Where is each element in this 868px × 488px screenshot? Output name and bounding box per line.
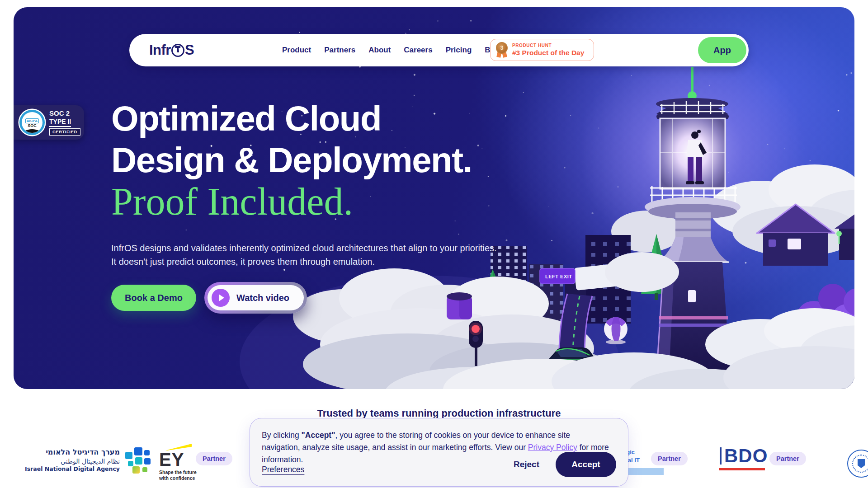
inda-english: Israel National Digital Agency — [25, 465, 120, 473]
heading-line3: Proof Included. — [111, 181, 472, 222]
soc-line1: SOC 2 — [49, 109, 70, 118]
ey-logo: EY Shape the future with confidence — [159, 444, 198, 481]
nav-link-about[interactable]: About — [368, 46, 391, 55]
bdo-name: BDO — [724, 446, 768, 465]
preferences-link[interactable]: Preferences — [262, 465, 304, 474]
nav-link-pricing[interactable]: Pricing — [446, 46, 472, 55]
ey-tagline-1: Shape the future — [159, 469, 198, 475]
hidden-partner-bar — [623, 468, 664, 475]
product-hunt-label: PRODUCT HUNT — [512, 43, 584, 49]
cookie-banner: By clicking "Accept", you agree to the s… — [250, 418, 628, 487]
nav-link-careers[interactable]: Careers — [404, 46, 432, 55]
inda-logo: מערך הדיגיטל הלאומי نظام الديجيتال الوطن… — [25, 447, 151, 474]
medal-icon: 3 — [496, 42, 508, 58]
nav-link-partners[interactable]: Partners — [324, 46, 355, 55]
inda-hebrew: מערך הדיגיטל הלאומי — [46, 448, 120, 457]
soc-line3: CERTIFIED — [49, 128, 80, 136]
hero-heading: Optimized Cloud Design & Deployment. Pro… — [111, 98, 472, 222]
product-hunt-rank: #3 Product of the Day — [512, 48, 584, 57]
app-button[interactable]: App — [698, 37, 746, 63]
watch-video-button[interactable]: Watch video — [204, 282, 307, 314]
accept-button[interactable]: Accept — [556, 452, 616, 477]
landing-page: LEFT EXIT — [0, 0, 868, 488]
exit-sign-text: LEFT EXIT — [545, 274, 572, 279]
product-hunt-badge[interactable]: 3 PRODUCT HUNT #3 Product of the Day — [490, 39, 594, 61]
logo[interactable]: Infr S — [149, 34, 194, 66]
nav-link-product[interactable]: Product — [282, 46, 311, 55]
nav-links: Product Partners About Careers Pricing B… — [282, 34, 502, 66]
purple-cup — [447, 292, 472, 319]
ey-name: EY — [159, 450, 198, 469]
watch-video-label: Watch video — [236, 293, 289, 303]
cta-row: Book a Demo Watch video — [111, 282, 307, 314]
partner-badge-bdo: Partner — [769, 452, 806, 465]
soc-line2: TYPE II — [49, 118, 71, 127]
ey-tagline-2: with confidence — [159, 475, 198, 481]
bdo-red-bar — [719, 468, 765, 470]
privacy-policy-link[interactable]: Privacy Policy — [528, 443, 577, 452]
bdo-logo: BDO — [720, 446, 768, 465]
reject-button[interactable]: Reject — [514, 460, 539, 469]
partner-badge-hidden: Partner — [651, 452, 688, 465]
inda-mosaic-icon — [125, 447, 151, 474]
soc2-certified-badge: AICPA SOC SOC 2 TYPE II CERTIFIED — [14, 105, 84, 140]
heading-line2: Design & Deployment. — [111, 139, 472, 181]
inda-arabic: نظام الديجيتال الوطني — [61, 457, 120, 465]
subtext-line2: It doesn't just predict outcomes, it pro… — [111, 255, 497, 268]
nav-bar: Infr S Product Partners About Careers Pr… — [129, 34, 749, 66]
subtext-line1: InfrOS designs and validates inherently … — [111, 241, 497, 255]
government-seal-logo — [847, 450, 868, 478]
logo-lighthouse-icon — [171, 44, 184, 57]
play-icon — [212, 289, 230, 307]
hero-section: LEFT EXIT — [14, 7, 854, 389]
heading-line1: Optimized Cloud — [111, 98, 472, 139]
logo-text-end: S — [185, 42, 194, 58]
book-demo-button[interactable]: Book a Demo — [111, 285, 196, 311]
partner-badge-ey: Partner — [196, 452, 232, 465]
logo-text-start: Infr — [149, 42, 171, 58]
hero-subtext: InfrOS designs and validates inherently … — [111, 241, 497, 268]
aicpa-soc-seal-icon: AICPA SOC — [19, 110, 45, 135]
